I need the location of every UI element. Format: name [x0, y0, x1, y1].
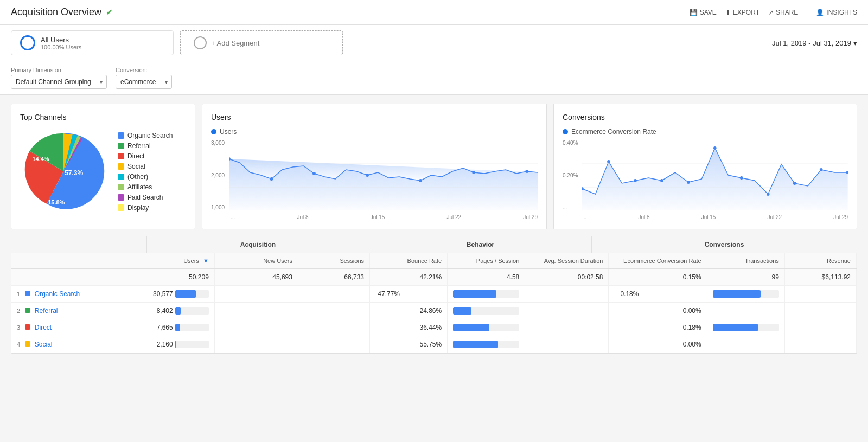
legend-label-direct: Direct: [127, 152, 144, 160]
charts-row: Top Channels: [11, 104, 857, 229]
channel-link-social[interactable]: Social: [35, 341, 53, 348]
col-users[interactable]: Users ▼: [143, 253, 214, 269]
data-table: Users ▼ New Users Sessions Bounce Rate P…: [11, 253, 857, 353]
svg-point-18: [767, 193, 770, 196]
save-icon: 💾: [690, 9, 698, 16]
main-content: Top Channels: [0, 95, 868, 362]
legend-label-paid: Paid Search: [127, 194, 163, 201]
row-num-1: 1: [17, 291, 20, 297]
primary-dimension-select[interactable]: Default Channel Grouping: [11, 75, 107, 89]
col-new-users[interactable]: New Users: [214, 253, 298, 269]
segment-date-bar: All Users 100.00% Users + Add Segment Ju…: [0, 25, 868, 61]
col-transactions[interactable]: Transactions: [707, 253, 784, 269]
legend-label-affiliates: Affiliates: [127, 183, 152, 191]
pie-chart: 57.3% 15.8% 14.4%: [20, 128, 107, 215]
total-users: 50,209: [143, 269, 214, 286]
avg-session-organic: [525, 286, 609, 303]
share-button[interactable]: ↗ SHARE: [768, 9, 798, 16]
pie-label-referral: 15.8%: [48, 199, 65, 206]
share-icon: ↗: [768, 9, 774, 16]
sessions-cell-social: [298, 336, 369, 353]
conversion-select[interactable]: eCommerce: [116, 75, 172, 89]
legend-dot-paid: [118, 194, 124, 201]
legend-dot-direct: [118, 153, 124, 159]
segments: All Users 100.00% Users + Add Segment: [11, 30, 343, 55]
y-label-000: ...: [563, 204, 578, 210]
revenue-direct: [784, 319, 856, 336]
x-label-start: ...: [231, 214, 235, 220]
x-conv-jul29: Jul 29: [833, 214, 848, 220]
insights-button[interactable]: 👤 INSIGHTS: [816, 9, 857, 16]
export-icon: ⬆: [725, 9, 731, 16]
x-conv-start: ...: [582, 214, 586, 220]
table-row: 1 Organic Search 30,577 47.: [11, 286, 857, 303]
conv-svg-container: [582, 140, 848, 212]
total-new-users: 45,693: [214, 269, 298, 286]
table-row: 2 Referral 8,402 24.86%: [11, 303, 857, 319]
x-conv-jul8: Jul 8: [638, 214, 649, 220]
users-chart-title: Users: [211, 113, 538, 121]
conversions-dot: [563, 129, 568, 134]
total-avg-session: 00:02:58: [525, 269, 609, 286]
y-label-1000: 1,000: [211, 204, 225, 210]
legend-item-other: (Other): [118, 173, 173, 181]
channel-link-referral[interactable]: Referral: [35, 307, 58, 315]
col-pages-session[interactable]: Pages / Session: [448, 253, 525, 269]
channel-color-referral: [25, 308, 30, 313]
legend-dot-referral: [118, 143, 124, 149]
row-num-4: 4: [17, 341, 20, 348]
add-segment-button[interactable]: + Add Segment: [180, 30, 343, 55]
users-cell-referral: 8,402: [143, 303, 214, 319]
transactions-social: [707, 336, 784, 353]
y-label-020: 0.20%: [563, 172, 578, 178]
export-button[interactable]: ⬆ EXPORT: [725, 9, 760, 16]
users-bar-bg: [175, 290, 209, 298]
all-users-segment[interactable]: All Users 100.00% Users: [11, 30, 174, 55]
bounce-val-social: 55.75%: [419, 341, 442, 348]
bounce-val-direct: 36.44%: [419, 324, 442, 331]
transactions-direct: [707, 319, 784, 336]
channel-link-organic[interactable]: Organic Search: [35, 290, 80, 298]
save-button[interactable]: 💾 SAVE: [690, 9, 717, 16]
users-svg-container: [229, 140, 538, 212]
col-avg-session[interactable]: Avg. Session Duration: [525, 253, 609, 269]
channel-color-direct: [25, 324, 30, 330]
sort-icon: ▼: [203, 258, 209, 264]
conv-rate-social: 0.00%: [609, 336, 707, 353]
primary-dimension-filter: Primary Dimension: Default Channel Group…: [11, 67, 107, 89]
bounce-cell-social: 55.75%: [370, 336, 448, 353]
conv-val-direct: 0.18%: [683, 324, 701, 331]
conversions-chart-card: Conversions Ecommerce Conversion Rate 0.…: [553, 104, 857, 229]
total-conversion-rate: 0.15%: [609, 269, 707, 286]
chevron-down-icon: ▾: [853, 39, 857, 47]
bounce-cell-organic: 47.77%: [370, 286, 448, 303]
col-bounce-rate[interactable]: Bounce Rate: [370, 253, 448, 269]
col-sessions[interactable]: Sessions: [298, 253, 369, 269]
x-axis-users: ... Jul 8 Jul 15 Jul 22 Jul 29: [211, 214, 538, 220]
svg-point-15: [687, 181, 690, 184]
y-axis-conv: 0.40% 0.20% ...: [563, 140, 580, 210]
revenue-organic: [784, 286, 856, 303]
avg-session-referral: [525, 303, 609, 319]
x-axis-conv: ... Jul 8 Jul 15 Jul 22 Jul 29: [563, 214, 848, 220]
users-cell-social: 2,160: [143, 336, 214, 353]
new-users-cell-organic: [214, 286, 298, 303]
conversions-legend: Ecommerce Conversion Rate: [563, 128, 848, 136]
avg-session-direct: [525, 319, 609, 336]
channel-link-direct[interactable]: Direct: [35, 324, 52, 331]
conversion-filter: Conversion: eCommerce ▾: [116, 67, 172, 89]
total-transactions: 99: [707, 269, 784, 286]
conv-rate-organic: 0.18%: [609, 286, 707, 303]
channel-cell-organic: 1 Organic Search: [11, 286, 143, 303]
bounce-val-organic: 47.77%: [375, 290, 400, 298]
row-num-2: 2: [17, 308, 20, 314]
date-range-selector[interactable]: Jul 1, 2019 - Jul 31, 2019 ▾: [772, 39, 857, 47]
legend-dot-affiliates: [118, 184, 124, 190]
y-label-3000: 3,000: [211, 140, 225, 146]
col-revenue[interactable]: Revenue: [784, 253, 856, 269]
total-pages-session: 4.58: [448, 269, 525, 286]
conversions-chart-title: Conversions: [563, 113, 848, 121]
page-title: Acquisition Overview: [11, 7, 101, 18]
legend-item-paid: Paid Search: [118, 194, 173, 201]
col-conversion-rate[interactable]: Ecommerce Conversion Rate: [609, 253, 707, 269]
